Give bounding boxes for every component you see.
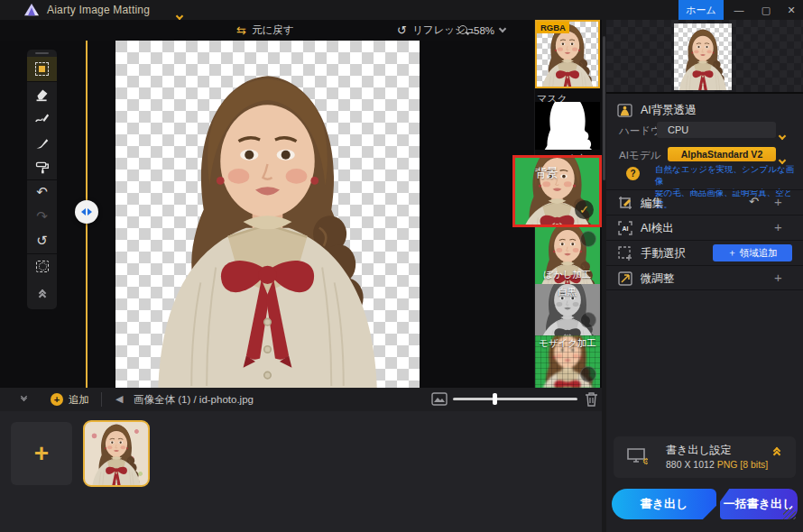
maximize-button[interactable]: ▢ [754,0,778,20]
mask-layer-thumbnail[interactable] [535,102,600,150]
compare-right-arrow-icon [88,208,92,216]
app-window: Aiarty Image Matting ホーム — ▢ ✕ ⇆ 元に戻す ↺ … [0,0,803,532]
bw-effect-thumbnail[interactable]: 白黒 [535,284,600,335]
edit-icon [617,195,632,210]
roller-icon [34,160,50,175]
result-preview-thumbnail[interactable] [674,23,732,90]
rgba-layer-thumbnail[interactable]: RGBA [535,20,600,88]
model-help-button[interactable]: ? [626,167,640,180]
hardware-select[interactable]: CPU [657,122,776,138]
add-image-tile[interactable]: + [11,422,72,485]
resize-grip[interactable] [783,509,796,519]
undo-button[interactable]: ↶ [27,180,57,205]
manual-select-icon [617,245,632,261]
delete-image-icon[interactable] [585,391,598,410]
blur-select-circle[interactable] [580,231,596,247]
blur-label: ぼかし加工 [535,269,600,281]
settings-panel: AI背景透過 ハードウェア CPU AIモデル AlphaStandard V2… [606,20,803,532]
section-manual-select[interactable]: 手動選択 ＋ 領域追加 [606,240,803,264]
layers-strip: RGBA マスク エフェクト 背景 ✓ ぼかし加工 白黒 モザイク加工 [535,20,602,388]
reset-button[interactable]: ↺ [27,229,57,253]
edit-expand-button[interactable]: + [774,195,782,208]
add-image-label[interactable]: 追加 [69,393,89,407]
home-button[interactable]: ホーム [678,0,724,20]
export-settings-icon: ⚙ [626,447,648,469]
export-button[interactable]: 書き出し [612,489,716,519]
add-region-button[interactable]: ＋ 領域追加 [713,244,792,261]
marquee-tool-button[interactable] [27,254,57,279]
section-ai-background[interactable]: AI背景透過 [606,99,803,121]
collapse-tools-button[interactable] [27,282,57,307]
source-image-thumbnail[interactable] [83,420,150,487]
add-image-icon[interactable]: + [51,393,63,406]
svg-text:⚙: ⚙ [642,456,648,465]
magnifier-icon [458,25,468,35]
pen-tool-button[interactable] [27,106,57,131]
canvas-toolbar: ⇆ 元に戻す ↺ リフレッシュ 58% [0,20,534,41]
collapse-filmstrip-button[interactable] [22,394,26,400]
fine-tune-icon [617,271,632,286]
export-size: 880 X 1012 [666,459,715,470]
ai-background-icon [617,103,632,118]
export-format: PNG [717,459,738,470]
ai-model-select[interactable]: AlphaStandard V2 [668,147,776,161]
back-arrow-icon[interactable]: ◀ [115,393,123,405]
export-settings-values: 880 X 1012 PNG [8 bits] [666,459,768,470]
reset-icon: ↺ [36,234,48,248]
roller-tool-button[interactable] [27,155,57,179]
section-fine-tune[interactable]: 微調整 + [606,265,803,290]
mosaic-effect-thumbnail[interactable]: モザイク加工 [535,335,600,388]
rgba-badge: RGBA [537,22,569,33]
ai-detect-expand-button[interactable]: + [774,220,782,234]
eraser-icon [34,87,50,102]
app-logo-icon [23,3,40,17]
section-ai-detect[interactable]: AI AI検出 + [606,215,803,239]
zoom-control[interactable]: 58% [458,20,505,41]
bw-select-circle[interactable] [580,312,596,328]
slider-knob[interactable] [493,393,497,405]
strip-scrollbar[interactable] [603,36,605,180]
mosaic-label: モザイク加工 [535,337,600,350]
double-chevron-up-icon [40,290,45,299]
undo-original-button[interactable]: ⇆ 元に戻す [236,20,293,41]
tool-palette: ↶ ↷ ↺ [27,50,57,309]
swap-arrows-icon: ⇆ [236,24,246,36]
undo-icon: ↶ [36,186,48,199]
redo-button[interactable]: ↷ [27,205,57,229]
marquee-icon [36,261,49,272]
zoom-level: 58% [474,25,494,36]
section-edit[interactable]: 編集 ↶ + [606,189,803,214]
refresh-icon: ↺ [397,24,407,36]
thumbnail-size-slider[interactable] [453,398,577,400]
mosaic-select-circle[interactable] [580,366,596,382]
compare-left-arrow-icon [81,208,86,216]
minimize-button[interactable]: — [727,0,751,20]
export-bits: [8 bits] [740,459,768,470]
breadcrumb: 画像全体 (1) / id-photo.jpg [134,393,254,407]
edit-undo-icon[interactable]: ↶ [749,195,759,208]
eraser-tool-button[interactable] [27,82,57,106]
background-label: 背景 [535,165,558,181]
export-settings-card[interactable]: ⚙ 書き出し設定 880 X 1012 PNG [8 bits] [614,436,796,478]
divider [101,392,102,407]
fine-tune-expand-button[interactable]: + [774,271,782,284]
svg-text:AI: AI [622,225,628,232]
hardware-chevron-icon[interactable] [780,126,785,142]
background-check-icon[interactable]: ✓ [575,200,594,219]
preview-area [606,20,803,94]
brush-tool-button[interactable] [27,131,57,155]
bw-label: 白黒 [535,286,600,298]
ai-model-label: AIモデル [619,149,660,162]
transform-tool-button[interactable] [27,57,57,81]
background-effect-thumbnail[interactable]: 背景 ✓ [512,155,602,227]
blur-effect-thumbnail[interactable]: ぼかし加工 [535,227,600,284]
ai-detect-icon: AI [617,220,632,235]
compare-slider-handle[interactable] [75,200,98,224]
close-button[interactable]: ✕ [780,0,803,20]
main-canvas[interactable] [115,41,420,388]
app-title: Aiarty Image Matting [47,4,150,16]
export-collapse-icon[interactable] [774,448,780,457]
export-settings-title: 書き出し設定 [666,443,732,458]
titlebar: Aiarty Image Matting ホーム — ▢ ✕ [0,0,803,20]
transform-tool-icon [35,62,49,76]
